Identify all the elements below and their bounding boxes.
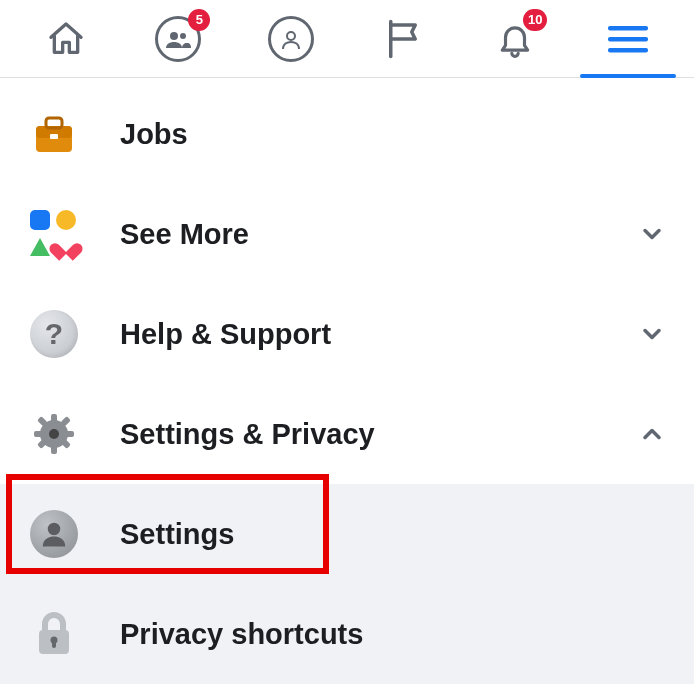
menu-list: Jobs See More ? Help & Support Settings …: [0, 78, 694, 684]
svg-rect-12: [51, 414, 57, 424]
groups-badge: 5: [188, 9, 210, 31]
menu-item-label: Settings: [120, 518, 666, 551]
gear-icon: [28, 408, 80, 460]
menu-item-label: Jobs: [120, 118, 666, 151]
submenu-item-settings[interactable]: Settings: [0, 484, 694, 584]
top-tab-bar: 5 10: [0, 0, 694, 78]
avatar-icon: [28, 508, 80, 560]
hamburger-icon: [604, 15, 652, 63]
svg-point-1: [180, 33, 186, 39]
svg-point-21: [48, 523, 61, 536]
tab-pages[interactable]: [347, 0, 459, 77]
menu-item-help-support[interactable]: ? Help & Support: [0, 284, 694, 384]
menu-item-label: Privacy shortcuts: [120, 618, 666, 651]
chevron-up-icon: [638, 420, 666, 448]
menu-item-label: Settings & Privacy: [120, 418, 638, 451]
menu-item-label: Help & Support: [120, 318, 638, 351]
chevron-down-icon: [638, 220, 666, 248]
svg-rect-9: [46, 118, 62, 128]
menu-item-jobs[interactable]: Jobs: [0, 84, 694, 184]
svg-rect-15: [64, 431, 74, 437]
tab-profile[interactable]: [235, 0, 347, 77]
svg-point-2: [287, 32, 295, 40]
chevron-down-icon: [638, 320, 666, 348]
svg-rect-13: [51, 444, 57, 454]
submenu-item-privacy-shortcuts[interactable]: Privacy shortcuts: [0, 584, 694, 684]
help-icon: ?: [28, 308, 80, 360]
bell-icon: 10: [491, 15, 539, 63]
lock-icon: [28, 608, 80, 660]
tab-home[interactable]: [10, 0, 122, 77]
flag-icon: [379, 15, 427, 63]
tab-groups[interactable]: 5: [122, 0, 234, 77]
svg-rect-10: [50, 134, 58, 139]
tab-notifications[interactable]: 10: [459, 0, 571, 77]
svg-rect-24: [52, 641, 56, 648]
svg-rect-6: [608, 48, 648, 53]
tab-menu[interactable]: [572, 0, 684, 77]
menu-item-label: See More: [120, 218, 638, 251]
svg-rect-5: [608, 37, 648, 42]
svg-point-0: [170, 32, 178, 40]
home-icon: [42, 15, 90, 63]
groups-icon: 5: [154, 15, 202, 63]
menu-item-settings-privacy[interactable]: Settings & Privacy: [0, 384, 694, 484]
menu-item-see-more[interactable]: See More: [0, 184, 694, 284]
svg-point-20: [49, 429, 59, 439]
svg-rect-14: [34, 431, 44, 437]
profile-icon: [267, 15, 315, 63]
svg-rect-4: [608, 26, 648, 31]
notifications-badge: 10: [523, 9, 547, 31]
see-more-icon: [28, 208, 80, 260]
briefcase-icon: [28, 108, 80, 160]
